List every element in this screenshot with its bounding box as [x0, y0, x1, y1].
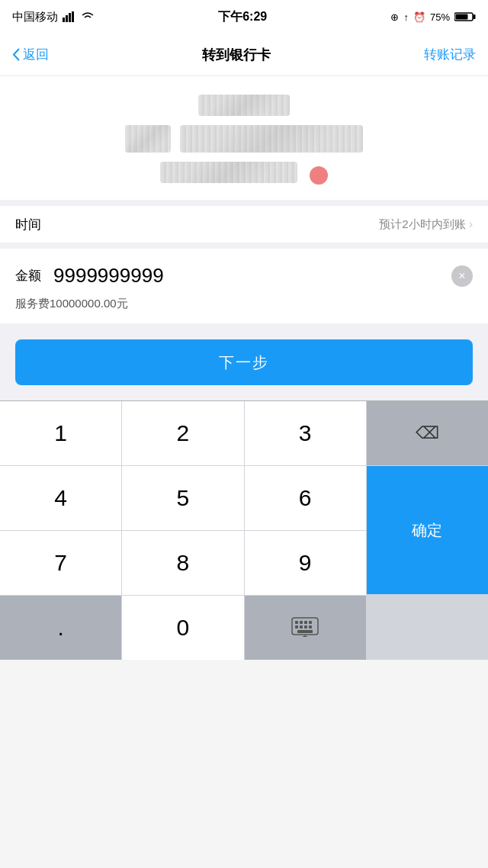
key-8[interactable]: 8: [122, 531, 243, 595]
delete-key[interactable]: ⌫: [367, 401, 488, 465]
time-chevron-icon: ›: [469, 217, 473, 231]
recipient-name-blurred: [198, 95, 290, 116]
transfer-records-button[interactable]: 转账记录: [424, 46, 476, 63]
svg-rect-14: [304, 625, 307, 628]
card-info-blurred: [180, 125, 363, 153]
svg-rect-5: [474, 14, 476, 19]
keyboard-icon: [291, 617, 319, 638]
keyboard-toggle-key[interactable]: [245, 596, 366, 660]
signal-icon: [63, 11, 76, 22]
carrier-text: 中国移动: [12, 10, 58, 24]
bank-logo-blurred: [125, 125, 171, 153]
fee-row: 服务费10000000.00元: [15, 297, 473, 311]
time-value: 预计2小时内到账 ›: [379, 217, 473, 232]
key-7[interactable]: 7: [0, 531, 121, 595]
svg-rect-8: [295, 621, 298, 624]
svg-rect-0: [63, 18, 65, 22]
svg-rect-11: [309, 621, 312, 624]
alarm-icon: ⏰: [413, 11, 425, 23]
svg-rect-6: [456, 14, 468, 20]
clear-icon: ×: [458, 270, 465, 282]
recipient-card-row: [15, 125, 473, 153]
back-button[interactable]: 返回: [12, 46, 49, 63]
svg-rect-3: [72, 11, 74, 22]
battery-text: 75%: [430, 11, 450, 23]
svg-rect-1: [66, 15, 68, 22]
clear-button[interactable]: ×: [451, 265, 473, 287]
key-1[interactable]: 1: [0, 401, 121, 465]
pink-indicator: [310, 166, 328, 185]
time-row[interactable]: 时间 预计2小时内到账 ›: [0, 206, 488, 249]
svg-rect-9: [300, 621, 303, 624]
svg-rect-15: [309, 625, 312, 628]
key-6[interactable]: 6: [245, 466, 366, 530]
key-2[interactable]: 2: [122, 401, 243, 465]
status-left: 中国移动: [12, 10, 95, 24]
location-icon: ⊕: [390, 11, 399, 23]
time-label: 时间: [15, 216, 41, 233]
key-dot[interactable]: .: [0, 596, 121, 660]
next-button-area: 下一步: [0, 324, 488, 400]
page-title: 转到银行卡: [202, 46, 271, 64]
svg-rect-13: [300, 625, 303, 628]
amount-value: 9999999999: [53, 264, 451, 288]
delete-icon: ⌫: [416, 423, 439, 443]
nav-bar: 返回 转到银行卡 转账记录: [0, 34, 488, 76]
svg-rect-16: [297, 630, 313, 633]
recipient-area: [0, 76, 488, 206]
wifi-icon: [81, 11, 95, 22]
key-4[interactable]: 4: [0, 466, 121, 530]
card-extra-blurred: [160, 162, 297, 183]
numeric-keypad: 1 2 3 ⌫ 4 5 6 确定 7 8 9 . 0: [0, 400, 488, 660]
amount-label: 金额: [15, 267, 41, 285]
next-button[interactable]: 下一步: [15, 339, 473, 385]
key-9[interactable]: 9: [245, 531, 366, 595]
svg-rect-2: [69, 13, 71, 22]
back-chevron-icon: [12, 48, 20, 61]
status-right: ⊕ ↑ ⏰ 75%: [390, 11, 476, 23]
amount-section: 金额 9999999999 × 服务费10000000.00元: [0, 249, 488, 324]
status-time: 下午6:29: [218, 9, 267, 25]
battery-icon: [454, 11, 476, 22]
confirm-key[interactable]: 确定: [367, 466, 488, 594]
svg-rect-10: [304, 621, 307, 624]
status-bar: 中国移动 下午6:29 ⊕ ↑ ⏰ 75%: [0, 0, 488, 34]
key-0[interactable]: 0: [122, 596, 243, 660]
direction-icon: ↑: [403, 11, 409, 23]
key-3[interactable]: 3: [245, 401, 366, 465]
amount-row: 金额 9999999999 ×: [15, 264, 473, 288]
key-5[interactable]: 5: [122, 466, 243, 530]
fee-text: 服务费10000000.00元: [15, 297, 128, 310]
svg-rect-12: [295, 625, 298, 628]
